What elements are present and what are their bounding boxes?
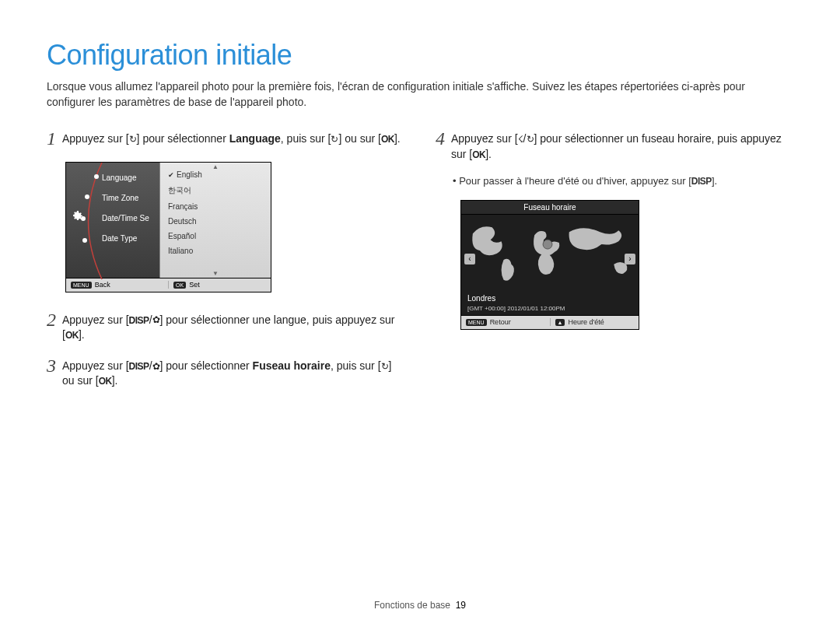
step-3-text: Appuyez sur [DISP/✿] pour sélectionner F… (62, 356, 404, 389)
menu-datetype: Date Type (102, 234, 137, 243)
step-1-text: Appuyez sur [↻] pour sélectionner Langua… (62, 128, 401, 147)
up-label-icon: ▲ (555, 319, 565, 326)
content-columns: 1 Appuyez sur [↻] pour sélectionner Lang… (47, 128, 793, 401)
svg-point-1 (85, 194, 89, 199)
chevron-down-icon: ▼ (212, 270, 219, 277)
intro-paragraph: Lorsque vous allumez l'appareil photo po… (47, 79, 793, 110)
timezone-screenshot: Fuseau horaire ‹ › Londres [GMT (460, 200, 639, 330)
step-number: 3 (47, 356, 56, 376)
step-2: 2 Appuyez sur [DISP/✿] pour sélectionner… (47, 310, 404, 343)
tz-footer-back: MENU Retour (461, 318, 550, 326)
step-4-bullet: Pour passer à l'heure d'été ou d'hiver, … (460, 174, 793, 188)
page-footer: Fonctions de base 19 (0, 600, 840, 611)
step-4-text: Appuyez sur [☇/↻] pour sélectionner un f… (451, 128, 793, 162)
menu-label-icon: MENU (466, 319, 487, 326)
svg-point-4 (543, 240, 552, 249)
ok-icon: OK (472, 149, 485, 160)
disp-icon: DISP (129, 315, 149, 326)
disp-icon: DISP (129, 361, 149, 372)
ok-icon: OK (381, 134, 394, 145)
tz-datetime: [GMT +00:00] 2012/01/01 12:00PM (467, 305, 565, 312)
self-timer-icon: ↻ (381, 360, 389, 373)
lang-german: Deutsch (168, 214, 263, 229)
step-number: 2 (47, 310, 56, 330)
flash-icon: ☇ (518, 133, 523, 146)
svg-point-3 (82, 238, 87, 243)
lang-italian: Italiano (168, 243, 263, 258)
self-timer-icon: ↻ (331, 133, 338, 146)
tz-left-arrow: ‹ (464, 254, 475, 264)
step-2-text: Appuyez sur [DISP/✿] pour sélectionner u… (62, 310, 404, 343)
self-timer-icon: ↻ (527, 133, 534, 146)
language-menu-screenshot: Language Time Zone Date/Time Se Date Typ… (65, 162, 271, 292)
tz-footer-dst: ▲ Heure d'été (550, 318, 639, 326)
menu-datetime: Date/Time Se (102, 214, 149, 222)
ok-icon: OK (99, 376, 112, 387)
world-map-illustration (461, 218, 639, 288)
self-timer-icon: ↻ (129, 133, 137, 146)
macro-icon: ✿ (152, 360, 160, 373)
step-3: 3 Appuyez sur [DISP/✿] pour sélectionner… (47, 356, 404, 389)
footer-back: MENU Back (66, 281, 168, 289)
menu-timezone: Time Zone (102, 194, 138, 202)
page-title: Configuration initiale (47, 39, 793, 72)
left-column: 1 Appuyez sur [↻] pour sélectionner Lang… (47, 128, 404, 401)
chevron-up-icon: ▲ (212, 163, 219, 170)
step-number: 1 (47, 128, 56, 149)
tz-title: Fuseau horaire (460, 200, 639, 215)
right-column: 4 Appuyez sur [☇/↻] pour sélectionner un… (436, 128, 793, 401)
macro-icon: ✿ (152, 313, 160, 327)
step-number: 4 (436, 128, 445, 149)
gear-icon (71, 209, 83, 222)
lang-french: Français (168, 199, 263, 214)
lang-spanish: Español (168, 229, 263, 243)
step-4: 4 Appuyez sur [☇/↻] pour sélectionner un… (436, 128, 793, 162)
tz-city: Londres (467, 294, 495, 303)
menu-label-icon: MENU (71, 282, 92, 289)
ok-label-icon: OK (173, 282, 186, 289)
ok-icon: OK (65, 330, 79, 341)
tz-right-arrow: › (625, 254, 635, 264)
lang-korean: 한국어 (168, 182, 263, 199)
footer-set: OK Set (168, 281, 271, 289)
disp-icon: DISP (691, 176, 712, 187)
menu-language: Language (102, 173, 137, 182)
svg-point-0 (94, 174, 99, 179)
step-1: 1 Appuyez sur [↻] pour sélectionner Lang… (47, 128, 404, 149)
